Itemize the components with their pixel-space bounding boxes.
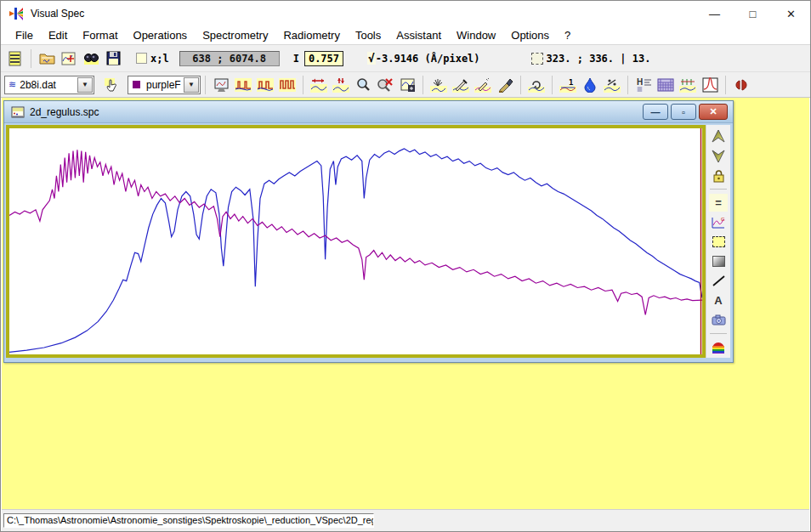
spectrum-plot[interactable] [6,125,706,358]
element-lines-icon[interactable] [678,75,698,95]
color-combo[interactable]: purpleF ▼ [128,76,201,94]
hand-pick-icon[interactable] [101,75,122,95]
separator [303,76,303,94]
dispersion-group: √ -3.9146 (Å/pixel) [367,52,480,65]
zoom-off-icon[interactable] [375,75,395,95]
arrow-up-icon[interactable] [709,127,728,145]
separator [520,76,521,94]
profile-3-icon[interactable] [277,75,298,95]
titlebar: Visual Spec — □ ✕ [1,1,810,26]
mdi-client-area: 2d_regulus.spc — ▫ ✕ [2,98,809,511]
color-swatch [133,81,140,88]
menu-item-radiometry[interactable]: Radiometry [275,27,347,43]
visual-spec-window: { "window": { "title": "Visual Spec", "m… [0,0,811,532]
svg-text:G: G [721,217,725,222]
intensity-readout: 0.757 [304,51,343,66]
color-combo-value: purpleF [143,79,183,91]
save-icon[interactable] [103,48,123,69]
rainbow-palette-icon[interactable] [709,338,728,356]
monitor-display-icon[interactable] [211,75,231,95]
profile-2-icon[interactable] [255,75,275,95]
graph-edit-icon[interactable] [59,48,79,69]
menu-item-[interactable]: ? [557,27,578,43]
plot-side-toolbar: = G A [706,125,730,358]
document-close-button[interactable]: ✕ [699,104,728,120]
gaussian-fit-icon[interactable] [700,75,720,95]
brush-icon[interactable] [495,75,515,95]
percent-curve-icon[interactable] [602,75,622,95]
document-titlebar[interactable]: 2d_regulus.spc — ▫ ✕ [4,101,733,123]
menu-item-format[interactable]: Format [75,27,125,43]
document-icon [11,106,25,118]
text-a-icon[interactable]: A [709,291,728,309]
statusbar: C:\_Thomas\Astronomie\Astronomie_sonstig… [2,509,809,531]
binoculars-icon[interactable] [81,48,101,69]
minimize-button[interactable]: — [695,1,734,26]
purple-spectrum-curve [9,150,702,314]
file-combo-arrow[interactable]: ▼ [77,77,93,93]
separator [725,76,726,94]
undo-curve-icon[interactable] [526,75,547,95]
stretch-y-icon[interactable] [331,75,351,95]
menu-item-options[interactable]: Options [503,27,557,43]
arrow-down-icon[interactable] [709,147,728,165]
gradient-fill-icon[interactable] [709,252,728,270]
profile-1-icon[interactable] [233,75,253,95]
selection-readout: 323. ; 336. | 13. [547,53,651,65]
pen-curve-icon[interactable] [473,75,493,95]
toolbar-main: x;l 638 ; 6074.8 I 0.757 √ -3.9146 (Å/pi… [1,45,810,72]
clipboard-graph-icon[interactable] [397,75,417,95]
stretch-x-icon[interactable] [309,75,329,95]
coordinate-readout: 638 ; 6074.8 [179,51,280,66]
document-restore-button[interactable]: ▫ [671,104,696,120]
menu-item-file[interactable]: File [8,27,41,43]
maximize-button[interactable]: □ [734,1,772,26]
window-title: Visual Spec [31,8,84,20]
document-window-controls: — ▫ ✕ [643,104,729,120]
xl-checkbox[interactable] [136,53,147,64]
color-combo-arrow[interactable]: ▼ [184,77,199,93]
menu-item-edit[interactable]: Edit [41,27,75,43]
pipette-curve-icon[interactable] [451,75,471,95]
phase-speaker-icon[interactable] [731,75,751,95]
h-element-icon[interactable]: H [633,75,654,95]
close-button[interactable]: ✕ [772,1,810,26]
normalize-one-icon[interactable]: 1 [558,75,578,95]
zoom-in-icon[interactable] [353,75,373,95]
file-combo-value: 2b8i.dat [16,79,77,91]
menu-item-tools[interactable]: Tools [348,27,388,43]
menu-item-assistant[interactable]: Assistant [388,27,449,43]
separator [710,333,727,334]
sqrt-icon: √ [367,52,376,65]
document-minimize-button[interactable]: — [643,104,668,120]
camera-icon[interactable] [709,311,728,329]
equals-icon[interactable]: = [709,194,728,212]
menu-item-operations[interactable]: Operations [126,27,196,43]
document-body: = G A [4,123,733,360]
document-window[interactable]: 2d_regulus.spc — ▫ ✕ [3,100,734,363]
graph-g-icon[interactable]: G [709,213,728,231]
draw-line-icon[interactable] [709,272,728,290]
water-drop-icon[interactable] [580,75,600,95]
file-combo[interactable]: ≋ 2b8i.dat ▼ [4,76,94,94]
separator [31,49,31,68]
selection-box-icon[interactable] [531,53,543,65]
menu-item-spectrometry[interactable]: Spectrometry [195,27,275,43]
menu-item-window[interactable]: Window [449,27,503,43]
svg-text:1: 1 [569,78,573,87]
wave-icon: ≋ [9,79,16,90]
open-file-icon[interactable] [37,48,57,69]
status-file-path: C:\_Thomas\Astronomie\Astronomie_sonstig… [3,513,374,528]
multi-profile-icon[interactable] [428,75,449,95]
menubar: FileEditFormatOperationsSpectrometryRadi… [1,26,810,45]
xl-label: x;l [150,53,169,65]
lock-icon[interactable] [709,167,728,184]
window-controls: — □ ✕ [695,1,810,26]
app-icon [9,7,24,20]
document-title: 2d_regulus.spc [30,106,99,118]
dashed-select-icon[interactable] [709,233,728,251]
periodic-table-icon[interactable] [655,75,676,95]
series-pages-icon[interactable] [5,48,26,69]
spectrum-canvas[interactable] [9,128,702,354]
separator [627,76,628,94]
